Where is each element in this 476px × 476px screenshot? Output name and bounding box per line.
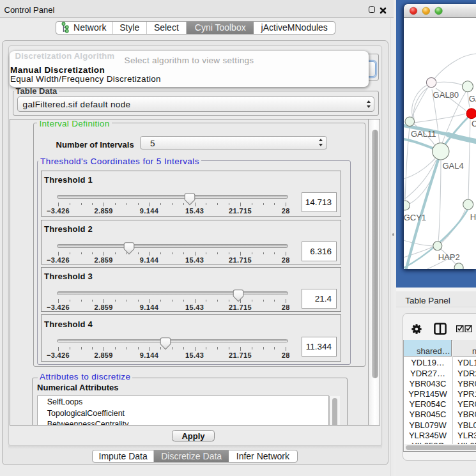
svg-text:GAL4: GAL4 [443,160,464,170]
svg-text:HAP2: HAP2 [438,252,460,262]
svg-text:HIS4: HIS4 [470,211,476,221]
svg-text:GAL80: GAL80 [433,89,459,99]
svg-text:GAL2: GAL2 [469,93,476,103]
svg-text:CDC6: CDC6 [472,119,476,128]
svg-text:GAL11: GAL11 [411,128,436,138]
svg-text:GCY1: GCY1 [404,212,426,222]
